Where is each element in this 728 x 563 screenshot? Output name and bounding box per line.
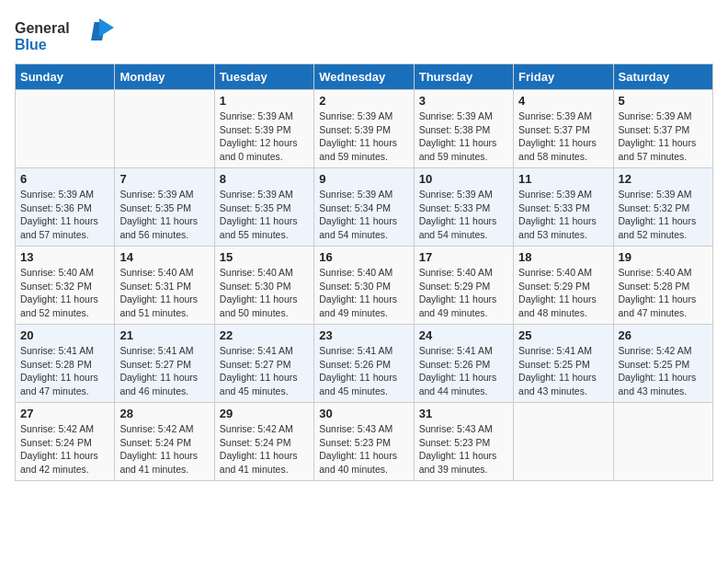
calendar-cell: 30Sunrise: 5:43 AMSunset: 5:23 PMDayligh… xyxy=(314,403,414,481)
calendar-cell xyxy=(613,403,712,481)
day-info: Sunrise: 5:39 AMSunset: 5:33 PMDaylight:… xyxy=(518,188,608,242)
calendar-cell: 16Sunrise: 5:40 AMSunset: 5:30 PMDayligh… xyxy=(314,247,414,325)
calendar-cell: 21Sunrise: 5:41 AMSunset: 5:27 PMDayligh… xyxy=(115,325,214,403)
day-info: Sunrise: 5:42 AMSunset: 5:24 PMDaylight:… xyxy=(119,422,209,477)
calendar-cell: 26Sunrise: 5:42 AMSunset: 5:25 PMDayligh… xyxy=(613,325,712,403)
weekday-header: Monday xyxy=(115,64,214,90)
day-number: 19 xyxy=(619,250,708,264)
day-info: Sunrise: 5:43 AMSunset: 5:23 PMDaylight:… xyxy=(419,422,508,477)
day-number: 27 xyxy=(20,407,109,420)
calendar-cell: 25Sunrise: 5:41 AMSunset: 5:25 PMDayligh… xyxy=(514,325,613,403)
day-number: 10 xyxy=(419,172,508,186)
calendar-cell xyxy=(514,403,613,481)
day-info: Sunrise: 5:39 AMSunset: 5:37 PMDaylight:… xyxy=(518,109,608,164)
page-header: General Blue xyxy=(15,15,713,56)
day-info: Sunrise: 5:41 AMSunset: 5:26 PMDaylight:… xyxy=(319,344,408,398)
logo-icon: General Blue xyxy=(15,15,116,56)
calendar-cell: 31Sunrise: 5:43 AMSunset: 5:23 PMDayligh… xyxy=(414,403,513,481)
calendar-cell xyxy=(16,90,115,168)
calendar-week-row: 27Sunrise: 5:42 AMSunset: 5:24 PMDayligh… xyxy=(16,403,713,481)
day-info: Sunrise: 5:39 AMSunset: 5:35 PMDaylight:… xyxy=(119,188,209,242)
calendar-cell xyxy=(115,90,214,168)
day-number: 11 xyxy=(518,172,608,186)
day-number: 20 xyxy=(20,328,109,342)
calendar-cell: 2Sunrise: 5:39 AMSunset: 5:39 PMDaylight… xyxy=(314,90,414,168)
day-number: 5 xyxy=(619,94,708,108)
day-number: 7 xyxy=(119,172,209,186)
day-info: Sunrise: 5:41 AMSunset: 5:27 PMDaylight:… xyxy=(220,344,309,398)
day-info: Sunrise: 5:42 AMSunset: 5:25 PMDaylight:… xyxy=(619,344,708,398)
day-number: 31 xyxy=(419,407,508,420)
logo: General Blue xyxy=(15,15,116,56)
day-number: 21 xyxy=(119,328,209,342)
day-info: Sunrise: 5:40 AMSunset: 5:32 PMDaylight:… xyxy=(20,266,109,320)
day-number: 26 xyxy=(619,328,708,342)
day-number: 9 xyxy=(319,172,408,186)
calendar-cell: 8Sunrise: 5:39 AMSunset: 5:35 PMDaylight… xyxy=(214,168,313,247)
calendar-cell: 19Sunrise: 5:40 AMSunset: 5:28 PMDayligh… xyxy=(613,247,712,325)
day-info: Sunrise: 5:40 AMSunset: 5:30 PMDaylight:… xyxy=(220,266,309,320)
day-info: Sunrise: 5:40 AMSunset: 5:29 PMDaylight:… xyxy=(419,266,508,320)
day-number: 17 xyxy=(419,250,508,264)
day-number: 23 xyxy=(319,328,408,342)
day-info: Sunrise: 5:43 AMSunset: 5:23 PMDaylight:… xyxy=(319,422,408,477)
day-number: 1 xyxy=(220,94,309,108)
calendar-cell: 7Sunrise: 5:39 AMSunset: 5:35 PMDaylight… xyxy=(115,168,214,247)
calendar-cell: 1Sunrise: 5:39 AMSunset: 5:39 PMDaylight… xyxy=(214,90,313,168)
calendar-table: SundayMondayTuesdayWednesdayThursdayFrid… xyxy=(15,63,713,481)
day-number: 8 xyxy=(220,172,309,186)
calendar-cell: 6Sunrise: 5:39 AMSunset: 5:36 PMDaylight… xyxy=(16,168,115,247)
weekday-header: Friday xyxy=(514,64,613,90)
calendar-week-row: 13Sunrise: 5:40 AMSunset: 5:32 PMDayligh… xyxy=(16,247,713,325)
day-info: Sunrise: 5:39 AMSunset: 5:35 PMDaylight:… xyxy=(220,188,309,242)
calendar-cell: 10Sunrise: 5:39 AMSunset: 5:33 PMDayligh… xyxy=(414,168,513,247)
day-info: Sunrise: 5:41 AMSunset: 5:28 PMDaylight:… xyxy=(20,344,109,398)
calendar-week-row: 1Sunrise: 5:39 AMSunset: 5:39 PMDaylight… xyxy=(16,90,713,168)
day-number: 2 xyxy=(319,94,408,108)
day-info: Sunrise: 5:40 AMSunset: 5:30 PMDaylight:… xyxy=(319,266,408,320)
day-number: 4 xyxy=(518,94,608,108)
day-info: Sunrise: 5:42 AMSunset: 5:24 PMDaylight:… xyxy=(20,422,109,477)
calendar-week-row: 6Sunrise: 5:39 AMSunset: 5:36 PMDaylight… xyxy=(16,168,713,247)
calendar-cell: 13Sunrise: 5:40 AMSunset: 5:32 PMDayligh… xyxy=(16,247,115,325)
calendar-cell: 14Sunrise: 5:40 AMSunset: 5:31 PMDayligh… xyxy=(115,247,214,325)
calendar-cell: 9Sunrise: 5:39 AMSunset: 5:34 PMDaylight… xyxy=(314,168,414,247)
day-info: Sunrise: 5:39 AMSunset: 5:32 PMDaylight:… xyxy=(619,188,708,242)
day-info: Sunrise: 5:39 AMSunset: 5:38 PMDaylight:… xyxy=(419,109,508,164)
day-info: Sunrise: 5:39 AMSunset: 5:39 PMDaylight:… xyxy=(220,109,309,164)
weekday-header: Sunday xyxy=(16,64,115,90)
calendar-cell: 23Sunrise: 5:41 AMSunset: 5:26 PMDayligh… xyxy=(314,325,414,403)
day-info: Sunrise: 5:40 AMSunset: 5:29 PMDaylight:… xyxy=(518,266,608,320)
calendar-cell: 12Sunrise: 5:39 AMSunset: 5:32 PMDayligh… xyxy=(613,168,712,247)
day-number: 28 xyxy=(119,407,209,420)
day-number: 12 xyxy=(619,172,708,186)
day-info: Sunrise: 5:39 AMSunset: 5:33 PMDaylight:… xyxy=(419,188,508,242)
calendar-cell: 17Sunrise: 5:40 AMSunset: 5:29 PMDayligh… xyxy=(414,247,513,325)
day-number: 30 xyxy=(319,407,408,420)
svg-text:Blue: Blue xyxy=(15,37,47,52)
day-info: Sunrise: 5:40 AMSunset: 5:28 PMDaylight:… xyxy=(619,266,708,320)
weekday-header: Wednesday xyxy=(314,64,414,90)
day-number: 14 xyxy=(119,250,209,264)
calendar-week-row: 20Sunrise: 5:41 AMSunset: 5:28 PMDayligh… xyxy=(16,325,713,403)
calendar-cell: 15Sunrise: 5:40 AMSunset: 5:30 PMDayligh… xyxy=(214,247,313,325)
day-info: Sunrise: 5:39 AMSunset: 5:36 PMDaylight:… xyxy=(20,188,109,242)
calendar-cell: 5Sunrise: 5:39 AMSunset: 5:37 PMDaylight… xyxy=(613,90,712,168)
calendar-cell: 27Sunrise: 5:42 AMSunset: 5:24 PMDayligh… xyxy=(16,403,115,481)
day-info: Sunrise: 5:41 AMSunset: 5:25 PMDaylight:… xyxy=(518,344,608,398)
day-number: 3 xyxy=(419,94,508,108)
day-number: 16 xyxy=(319,250,408,264)
svg-text:General: General xyxy=(15,20,70,36)
day-info: Sunrise: 5:39 AMSunset: 5:37 PMDaylight:… xyxy=(619,109,708,164)
day-info: Sunrise: 5:39 AMSunset: 5:34 PMDaylight:… xyxy=(319,188,408,242)
day-number: 24 xyxy=(419,328,508,342)
day-info: Sunrise: 5:41 AMSunset: 5:26 PMDaylight:… xyxy=(419,344,508,398)
calendar-cell: 18Sunrise: 5:40 AMSunset: 5:29 PMDayligh… xyxy=(514,247,613,325)
calendar-cell: 24Sunrise: 5:41 AMSunset: 5:26 PMDayligh… xyxy=(414,325,513,403)
calendar-cell: 22Sunrise: 5:41 AMSunset: 5:27 PMDayligh… xyxy=(214,325,313,403)
calendar-cell: 20Sunrise: 5:41 AMSunset: 5:28 PMDayligh… xyxy=(16,325,115,403)
svg-marker-3 xyxy=(99,18,114,37)
day-info: Sunrise: 5:41 AMSunset: 5:27 PMDaylight:… xyxy=(119,344,209,398)
day-info: Sunrise: 5:39 AMSunset: 5:39 PMDaylight:… xyxy=(319,109,408,164)
calendar-cell: 29Sunrise: 5:42 AMSunset: 5:24 PMDayligh… xyxy=(214,403,313,481)
